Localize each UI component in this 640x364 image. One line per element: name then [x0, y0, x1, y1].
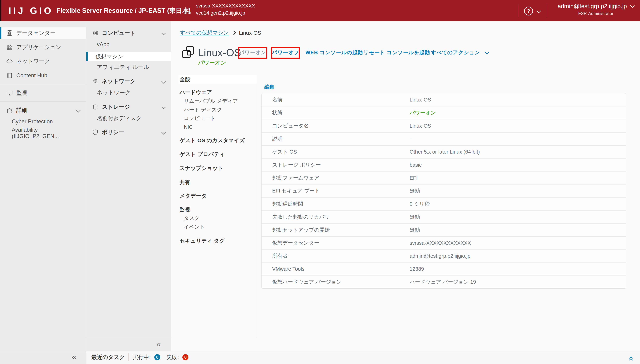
org-info: svrssa-XXXXXXXXXXXXX vcd14.gen2.p2.iijgi…: [196, 2, 255, 16]
row-label: VMware Tools: [262, 266, 410, 272]
running-label: 実行中:: [132, 354, 151, 361]
tab-nic[interactable]: NIC: [178, 123, 257, 131]
chevron-down-icon[interactable]: [161, 31, 166, 35]
table-row: ゲスト OS Other 5.x or later Linux (64-bit): [262, 146, 626, 158]
sidebar-item-datacenter[interactable]: データセンター: [0, 27, 86, 39]
chevron-down-icon[interactable]: [76, 108, 80, 112]
sidebar2-item-compute[interactable]: コンピュート: [86, 28, 171, 38]
user-email[interactable]: admin@test.grp.p2.iijgio.jp: [558, 3, 627, 10]
row-value: ハードウェア バージョン 19: [410, 278, 476, 286]
expand-tasks-icon[interactable]: «: [628, 356, 636, 361]
sidebar-divider: [0, 85, 86, 85]
sidebar2-item-label: ネットワーク: [97, 89, 131, 96]
tab-metadata[interactable]: メタデータ: [178, 192, 257, 200]
chevron-down-icon[interactable]: [161, 130, 166, 134]
tab-events[interactable]: イベント: [178, 223, 257, 231]
table-row: 起動セットアップの開始 無効: [262, 224, 626, 236]
datacenter-icon: [6, 30, 13, 36]
row-value: admin@test.grp.p2.iijgio.jp: [410, 253, 470, 259]
sidebar-item-details[interactable]: 詳細: [0, 104, 86, 116]
row-value: 無効: [410, 214, 420, 220]
web-console-button[interactable]: WEB コンソールの起動: [306, 47, 363, 58]
sidebar2-item-label: vApp: [97, 41, 110, 48]
row-label: 状態: [262, 109, 410, 116]
chevron-down-icon[interactable]: [161, 105, 166, 109]
iij-gio-logo[interactable]: IIJ GIO: [8, 0, 53, 21]
tab-hard-disk[interactable]: ハード ディスク: [178, 106, 257, 114]
breadcrumb: すべての仮想マシン Linux-OS: [180, 29, 261, 36]
power-on-button[interactable]: パワーオン: [238, 47, 268, 58]
org-host: vcd14.gen2.p2.iijgio.jp: [196, 10, 255, 16]
tab-hardware: ハードウェア: [178, 88, 257, 96]
tab-sharing[interactable]: 共有: [178, 178, 257, 186]
sidebar2-item-network-sub[interactable]: ネットワーク: [86, 88, 171, 98]
sidebar2-item-virtual-machines[interactable]: 仮想マシン: [86, 52, 171, 61]
recent-tasks-title[interactable]: 最近のタスク: [92, 354, 125, 361]
collapse-sidebar1-icon[interactable]: «: [72, 352, 76, 361]
shield-icon: [92, 129, 99, 136]
sidebar-item-availability[interactable]: Availability (IIJGIO_P2_GEN...: [0, 128, 86, 139]
table-row: VMware Tools 12389: [262, 262, 626, 275]
sidebar2-item-policies[interactable]: ポリシー: [86, 127, 171, 137]
sidebar2-item-label: コンピュート: [102, 29, 136, 37]
tab-removable-media[interactable]: リムーバブル メディア: [178, 97, 257, 105]
table-row: 状態 パワーオン: [262, 106, 626, 119]
sidebar-item-label: アプリケーション: [16, 44, 61, 51]
sidebar-item-monitoring[interactable]: 監視: [0, 87, 86, 99]
row-label: 仮想ハードウェア バージョン: [262, 278, 410, 286]
collapse-sidebar2-icon[interactable]: «: [156, 340, 161, 348]
breadcrumb-all-vms-link[interactable]: すべての仮想マシン: [180, 29, 229, 36]
storage-icon: [92, 104, 99, 110]
sidebar-item-cyber-protection[interactable]: Cyber Protection: [0, 116, 86, 127]
table-row: 仮想ハードウェア バージョン ハードウェア バージョン 19: [262, 276, 626, 288]
sidebar-item-content-hub[interactable]: Content Hub: [0, 70, 86, 81]
sidebar-item-network[interactable]: ネットワーク: [0, 56, 86, 67]
row-label: 仮想データセンター: [262, 240, 410, 246]
header-separator: [179, 4, 179, 18]
vm-detail-table: 名前 Linux-OS 状態 パワーオン コンピュータ名 Linux-OS 説明…: [261, 93, 626, 289]
help-icon[interactable]: ?: [524, 6, 533, 16]
tab-guest-properties[interactable]: ゲスト プロパティ: [178, 150, 257, 158]
tab-general[interactable]: 全般: [178, 75, 257, 84]
sidebar2-item-label: 名前付きディスク: [97, 115, 142, 122]
chevron-down-icon: [484, 50, 489, 54]
sidebar2-item-storage[interactable]: ストレージ: [86, 102, 171, 112]
user-menu[interactable]: admin@test.grp.p2.iijgio.jp FSR-Administ…: [558, 3, 634, 16]
tab-security-tags[interactable]: セキュリティ タグ: [178, 237, 257, 245]
sidebar-item-applications[interactable]: アプリケーション: [0, 42, 86, 53]
app-header: IIJ GIO Flexible Server Resource / JP-EA…: [0, 0, 640, 21]
power-off-button[interactable]: パワーオフ: [271, 47, 300, 58]
sidebar2-item-affinity-rules[interactable]: アフィニティ ルール: [86, 62, 171, 72]
tab-compute[interactable]: コンピュート: [178, 114, 257, 122]
row-label: EFI セキュア ブート: [262, 187, 410, 194]
row-value: Linux-OS: [410, 97, 431, 103]
sidebar-item-label: Cyber Protection: [12, 118, 53, 125]
cloud-icon: [6, 58, 13, 65]
chevron-down-icon[interactable]: [161, 79, 166, 83]
sidebar2-item-vapp[interactable]: vApp: [86, 40, 171, 50]
tab-snapshot[interactable]: スナップショット: [178, 164, 257, 172]
sidebar2-item-label: ポリシー: [102, 128, 124, 136]
taskbar-divider: [128, 353, 129, 361]
header-separator: [518, 4, 518, 18]
sidebar2-item-named-disks[interactable]: 名前付きディスク: [86, 114, 171, 123]
tab-guest-os-customization[interactable]: ゲスト OS のカスタマイズ: [178, 136, 257, 144]
running-count-badge[interactable]: 0: [154, 354, 160, 360]
sidebar-item-label: 監視: [16, 89, 28, 97]
edit-link[interactable]: 編集: [264, 84, 274, 90]
sidebar-divider: [0, 101, 86, 102]
help-chevron-down-icon[interactable]: [536, 8, 541, 13]
user-chevron-down-icon[interactable]: [630, 3, 634, 8]
user-role: FSR-Administrator: [558, 11, 634, 16]
tab-tasks[interactable]: タスク: [178, 214, 257, 222]
sidebar-item-label: Content Hub: [16, 72, 47, 79]
sidebar2-item-network[interactable]: ネットワーク: [86, 76, 171, 86]
puzzle-icon: [6, 107, 13, 114]
sidebar2-item-label: ストレージ: [102, 103, 130, 111]
row-label: ゲスト OS: [262, 148, 410, 156]
all-actions-button[interactable]: すべてのアクション: [431, 47, 488, 58]
remote-console-button[interactable]: リモート コンソールを起動: [364, 47, 430, 58]
row-value: Other 5.x or later Linux (64-bit): [410, 149, 480, 155]
failed-count-badge[interactable]: 0: [182, 354, 188, 360]
row-label: 起動セットアップの開始: [262, 226, 410, 234]
